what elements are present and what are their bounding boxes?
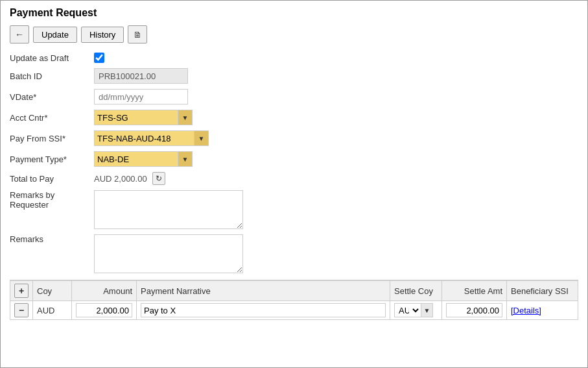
settle-amt-cell xyxy=(442,301,507,320)
table-header-add: + xyxy=(10,281,33,301)
remarks-by-requester-row: Remarks by Requester xyxy=(10,190,578,229)
remarks-by-requester-label: Remarks by Requester xyxy=(10,190,94,210)
remove-row-cell: − xyxy=(10,301,33,320)
document-icon: 🗎 xyxy=(134,30,142,40)
acct-cntr-row: Acct Cntr* TFS-SG ▼ xyxy=(10,110,578,125)
document-icon-button[interactable]: 🗎 xyxy=(128,25,147,43)
total-to-pay-label: Total to Pay xyxy=(10,174,94,184)
coy-value: AUD xyxy=(37,306,54,315)
vdate-input[interactable] xyxy=(94,89,188,104)
payment-type-select[interactable]: NAB-DE xyxy=(94,151,178,167)
history-button[interactable]: History xyxy=(81,27,124,43)
remarks-label: Remarks xyxy=(10,234,94,244)
payment-type-dropdown-arrow[interactable]: ▼ xyxy=(178,151,193,167)
add-row-button[interactable]: + xyxy=(14,284,29,298)
batch-id-input[interactable] xyxy=(94,68,188,84)
settle-amt-input[interactable] xyxy=(446,303,502,317)
table-header-narrative: Payment Narrative xyxy=(137,281,390,301)
remarks-textarea[interactable] xyxy=(94,234,243,273)
pay-from-ssi-dropdown-arrow[interactable]: ▼ xyxy=(194,130,209,146)
update-as-draft-row: Update as Draft xyxy=(10,53,578,63)
remove-row-button[interactable]: − xyxy=(14,303,29,317)
vdate-row: VDate* xyxy=(10,89,578,104)
coy-cell: AUD xyxy=(33,301,72,320)
amount-input[interactable] xyxy=(76,303,132,317)
payment-type-select-wrapper: NAB-DE ▼ xyxy=(94,151,193,167)
form-section: Update as Draft Batch ID VDate* Acct Cnt… xyxy=(10,53,578,273)
pay-from-ssi-row: Pay From SSI* TFS-NAB-AUD-418 ▼ xyxy=(10,130,578,146)
pay-from-ssi-label: Pay From SSI* xyxy=(10,134,94,143)
batch-id-label: Batch ID xyxy=(10,71,94,81)
back-button[interactable]: ← xyxy=(10,25,29,43)
table-row: − AUD AUD ▼ xyxy=(10,301,578,320)
narrative-cell xyxy=(137,301,390,320)
table-header-coy: Coy xyxy=(33,281,72,301)
details-link[interactable]: [Details] xyxy=(511,306,541,315)
pay-from-ssi-select[interactable]: TFS-NAB-AUD-418 xyxy=(94,130,194,146)
acct-cntr-dropdown-arrow[interactable]: ▼ xyxy=(178,110,193,125)
payment-type-row: Payment Type* NAB-DE ▼ xyxy=(10,151,578,167)
total-to-pay-value: AUD 2,000.00 xyxy=(94,174,150,184)
acct-cntr-select[interactable]: TFS-SG xyxy=(94,110,178,125)
batch-id-row: Batch ID xyxy=(10,68,578,84)
amount-cell xyxy=(72,301,137,320)
total-to-pay-row: Total to Pay AUD 2,000.00 ↻ xyxy=(10,172,578,185)
toolbar: ← Update History 🗎 xyxy=(10,25,578,43)
page-title: Payment Request xyxy=(10,7,578,19)
pay-from-ssi-select-wrapper: TFS-NAB-AUD-418 ▼ xyxy=(94,130,209,146)
remarks-by-requester-textarea[interactable] xyxy=(94,190,243,229)
remarks-row: Remarks xyxy=(10,234,578,273)
table-header-settle-amt: Settle Amt xyxy=(442,281,507,301)
settle-coy-wrapper: AUD ▼ xyxy=(394,303,438,317)
update-as-draft-checkbox[interactable] xyxy=(94,53,104,63)
settle-coy-arrow[interactable]: ▼ xyxy=(421,303,433,317)
update-button[interactable]: Update xyxy=(33,27,77,43)
refresh-button[interactable]: ↻ xyxy=(152,172,165,185)
update-as-draft-checkbox-wrapper xyxy=(94,53,104,63)
payment-type-label: Payment Type* xyxy=(10,154,94,164)
bene-cell: [Details] xyxy=(507,301,578,320)
table-header-bene: Beneficiary SSI xyxy=(507,281,578,301)
narrative-input[interactable] xyxy=(141,303,386,317)
settle-coy-select[interactable]: AUD xyxy=(394,303,421,317)
total-to-pay-wrapper: AUD 2,000.00 ↻ xyxy=(94,172,165,185)
update-as-draft-label: Update as Draft xyxy=(10,53,94,63)
settle-coy-cell: AUD ▼ xyxy=(390,301,442,320)
bottom-table-wrapper: + Coy Amount Payment Narrative Settle Co… xyxy=(10,280,578,320)
payment-table: + Coy Amount Payment Narrative Settle Co… xyxy=(10,280,578,320)
acct-cntr-label: Acct Cntr* xyxy=(10,113,94,123)
table-header-settle-coy: Settle Coy xyxy=(390,281,442,301)
vdate-label: VDate* xyxy=(10,92,94,102)
acct-cntr-select-wrapper: TFS-SG ▼ xyxy=(94,110,193,125)
table-header-amount: Amount xyxy=(72,281,137,301)
